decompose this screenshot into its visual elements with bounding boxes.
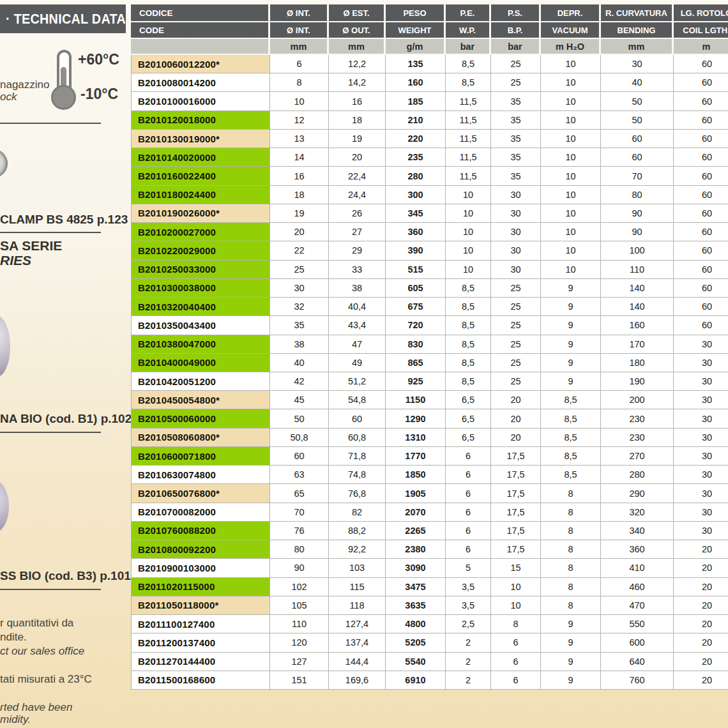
value-cell: 2,5 [446,615,491,633]
value-cell: 76 [270,522,329,540]
header-cell: CODE [131,22,268,38]
value-cell: 10 [541,261,601,279]
technical-data-banner: · TECHNICAL DATA [0,4,126,33]
table-row: B2010140020000142023511,535106060 [131,148,728,167]
temperature-max: +60°C [78,51,119,68]
code-cell: B2010900103000 [131,559,270,577]
value-cell: 8,5 [541,391,601,409]
code-cell: B2010508060800* [131,428,270,447]
value-cell: 35 [491,167,541,185]
value-cell: 2 [446,671,491,690]
value-cell: 60 [674,111,728,130]
code-cell: B2010600071800 [131,447,270,466]
code-cell: B2010220029000 [131,241,270,260]
value-cell: 30 [491,186,541,204]
value-cell: 3,5 [446,578,491,596]
unit-cell: mm [270,39,327,54]
value-cell: 8 [541,559,601,577]
value-cell: 30 [491,241,541,260]
value-cell: 20 [491,391,541,409]
value-cell: 5 [446,559,491,577]
value-cell: 17,5 [491,484,541,503]
value-cell: 3635 [386,596,446,615]
value-cell: 10 [541,73,601,92]
bio-b1-reference: NA BIO (cod. B1) p.102 [0,412,132,426]
code-cell: B2010450054800* [131,391,270,409]
value-cell: 9 [541,335,601,354]
value-cell: 6,5 [446,391,491,409]
code-cell: B2010380047000 [131,335,270,354]
table-row: B20103200404003240,46758,525914060 [131,298,728,316]
value-cell: 30 [270,279,329,298]
code-cell: B2010650076800* [131,484,270,503]
unit-cell: m H₂O [541,39,599,54]
value-cell: 290 [601,484,674,503]
value-cell: 63 [270,466,329,484]
value-cell: 30 [674,466,728,484]
value-cell: 1150 [386,391,446,409]
value-cell: 45 [270,391,329,409]
table-header-row: CODICEØ INT.Ø EST.PESOP.E.P.S.DEPR.R. CU… [131,4,728,22]
table-row: B2010250033000253351510301011060 [131,261,728,279]
value-cell: 13 [270,130,329,148]
code-cell: B2010130019000* [131,130,270,148]
code-cell: B2010180024400 [131,186,270,204]
value-cell: 88,2 [329,522,386,540]
value-cell: 60 [601,130,674,148]
value-cell: 6 [446,447,491,466]
value-cell: 25 [491,316,541,335]
value-cell: 20 [270,223,329,241]
unit-cell: mm [329,39,384,54]
value-cell: 30 [674,391,728,409]
value-cell: 15 [491,559,541,577]
value-cell: 10 [541,92,601,110]
table-row: B2010450054800*4554,811506,5208,520030 [131,391,728,409]
value-cell: 25 [491,73,541,92]
value-cell: 160 [386,73,446,92]
value-cell: 8,5 [541,428,601,447]
value-cell: 720 [386,316,446,335]
unit-cell: mm [601,39,672,54]
value-cell: 320 [601,503,674,522]
value-cell: 9 [541,372,601,391]
value-cell: 19 [270,204,329,223]
value-cell: 30 [491,204,541,223]
code-cell: B2010630074800 [131,466,270,484]
table-row: B20104200512004251,29258,525919030 [131,372,728,391]
value-cell: 11,5 [446,148,491,167]
value-cell: 6 [491,671,541,690]
value-cell: 60 [674,279,728,298]
table-row: B20103500434003543,47208,525916060 [131,316,728,335]
value-cell: 5205 [386,633,446,652]
value-cell: 10 [541,241,601,260]
value-cell: 760 [601,671,674,690]
footnote-it-3: tati misurati a 23°C [0,673,92,686]
value-cell: 30 [601,55,674,73]
value-cell: 8,5 [541,447,601,466]
value-cell: 144,4 [329,653,386,671]
value-cell: 140 [601,279,674,298]
value-cell: 103 [329,559,386,577]
table-row: B201040004900040498658,525918030 [131,354,728,372]
value-cell: 50 [601,92,674,110]
value-cell: 51,2 [329,372,386,391]
header-cell: COIL LGTH. [674,22,728,38]
value-cell: 340 [601,522,674,540]
value-cell: 22,4 [329,167,386,185]
code-cell: B2011270144400 [131,653,270,671]
value-cell: 18 [329,111,386,130]
value-cell: 30 [674,335,728,354]
value-cell: 6 [270,55,329,73]
value-cell: 9 [541,633,601,652]
value-cell: 90 [601,204,674,223]
value-cell: 345 [386,204,446,223]
value-cell: 30 [674,447,728,466]
value-cell: 26 [329,204,386,223]
footnote-en-1: ct our sales office [0,645,84,658]
unit-cell: bar [446,39,489,54]
value-cell: 70 [270,503,329,522]
table-row: B201102011500010211534753,510846020 [131,578,728,596]
table-row: B20106300748006374,81850617,58,528030 [131,466,728,484]
banner-title: · TECHNICAL DATA [6,11,126,27]
table-row: B2011050118000*10511836353,510847020 [131,596,728,615]
